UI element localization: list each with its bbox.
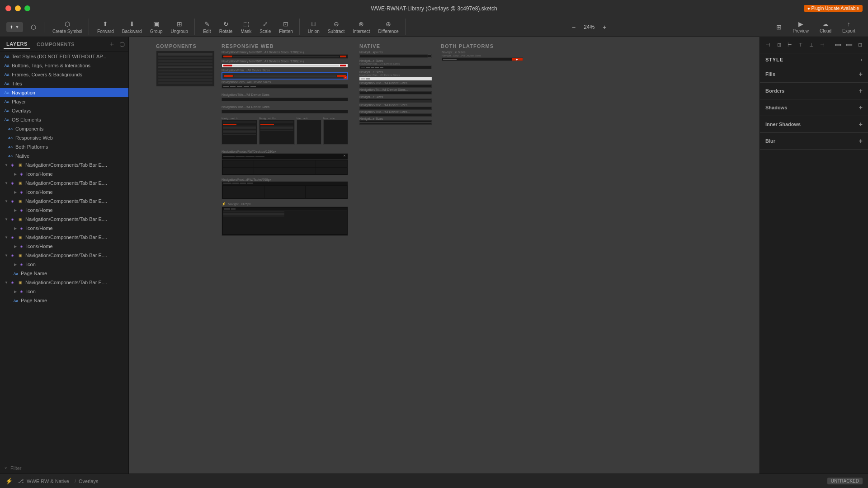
insert-button[interactable]: + ▼: [6, 22, 23, 32]
export-icon: ↑: [847, 20, 850, 28]
view-toggle-button[interactable]: ⊞: [773, 22, 785, 32]
flatten-button[interactable]: ⊡ Flatten: [275, 19, 297, 35]
style-chevron-icon[interactable]: ›: [861, 57, 863, 62]
view-toggle-icon: ⊞: [776, 23, 782, 31]
zoom-out-button[interactable]: −: [568, 22, 579, 32]
intersect-button[interactable]: ⊗ Intersect: [349, 19, 373, 35]
make-grid-icon[interactable]: ⊞: [855, 41, 864, 50]
design-panel: ⊣ ⊞ ⊢ ⊤ ⊥ ⊣ ⟺ ⟸ ⊞ STYLE › Fills + Border…: [760, 37, 868, 474]
sidebar-item-tab-bar-4[interactable]: ▼ ◈ ▣ Navigation/Components/Tab Bar E...…: [0, 215, 128, 224]
create-symbol-button[interactable]: ⬡ Create Symbol: [49, 19, 86, 35]
sidebar-item-tab-bar-3[interactable]: ▼ ◈ ▣ Navigation/Components/Tab Bar E...…: [0, 197, 128, 206]
close-button[interactable]: [5, 5, 11, 11]
align-right-icon[interactable]: ⊢: [785, 41, 794, 50]
sidebar-item-icons-home-4[interactable]: ▶ ◈ Icons/Home: [0, 224, 128, 233]
sidebar-item-page-name-7[interactable]: Aa Page Name: [0, 296, 128, 305]
sidebar-item-tab-bar-7[interactable]: ▼ ◈ ▣ Navigation/Components/Tab Bar E...…: [0, 278, 128, 287]
ungroup-button[interactable]: ⊞ Ungroup: [167, 19, 191, 35]
align-top-icon[interactable]: ⊤: [796, 41, 805, 50]
align-center-v-icon[interactable]: ⊥: [807, 41, 816, 50]
shadows-header[interactable]: Shadows +: [765, 103, 863, 112]
sidebar-item-tiles[interactable]: Aa Tiles: [0, 79, 128, 88]
ungroup-icon: ⊞: [175, 20, 184, 28]
rotate-button[interactable]: ↻ Rotate: [216, 19, 236, 35]
toolbar-boolean-group: ⊔ Union ⊖ Subtract ⊗ Intersect ⊕ Differe…: [302, 19, 406, 35]
canvas-viewport[interactable]: COMPONENTS RESPONSIVE WEB NATIVE BOTH PL…: [129, 37, 760, 474]
plugin-update-badge[interactable]: ● Plugin Update Available: [804, 5, 863, 12]
bottom-bar: ⚡ ⎇ WWE RW & Native / Overlays UNTRACKED: [0, 474, 868, 488]
component-icon: ◈: [9, 216, 15, 222]
canvas-area[interactable]: COMPONENTS RESPONSIVE WEB NATIVE BOTH PL…: [129, 37, 760, 474]
sidebar-item-os-elements[interactable]: Aa OS Elements: [0, 115, 128, 124]
sidebar-item-icons-home-5[interactable]: ▶ ◈ Icons/Home: [0, 242, 128, 251]
scale-button[interactable]: ⤢ Scale: [256, 19, 274, 35]
align-left-icon[interactable]: ⊣: [764, 41, 773, 50]
preview-icon: ▶: [798, 20, 803, 28]
chevron-right-icon: ▶: [13, 207, 18, 213]
component-icon: ◈: [18, 243, 24, 249]
union-button[interactable]: ⊔ Union: [304, 19, 323, 35]
fills-add-button[interactable]: +: [859, 70, 863, 78]
sidebar-item-aa-responsive[interactable]: Aa Responsive Web: [0, 133, 128, 142]
sidebar-add-button[interactable]: +: [110, 40, 114, 48]
inner-shadows-add-button[interactable]: +: [859, 121, 863, 128]
blur-add-button[interactable]: +: [859, 137, 863, 145]
aa-icon: Aa: [7, 135, 14, 141]
nav-primary-2: Navigation/Primary Nav/RW/...All Devices…: [222, 60, 348, 68]
forward-button[interactable]: ⬆ Forward: [94, 19, 118, 35]
section-label-responsive: RESPONSIVE WEB: [222, 43, 274, 49]
sidebar-item-icon-6[interactable]: ▶ ◈ Icon: [0, 260, 128, 269]
toolbar-symbol-group: ⬡ Create Symbol: [46, 19, 89, 35]
borders-add-button[interactable]: +: [859, 87, 863, 94]
symbol-icon: ⬡: [63, 20, 71, 28]
borders-header[interactable]: Borders +: [765, 86, 863, 95]
align-center-h-icon[interactable]: ⊞: [774, 41, 783, 50]
forward-icon: ⬆: [101, 20, 109, 28]
align-bottom-icon[interactable]: ⊣: [818, 41, 827, 50]
cloud-button[interactable]: ☁ Cloud: [816, 19, 835, 35]
sidebar-collapse-button[interactable]: ⬡: [119, 41, 125, 48]
sidebar-item-buttons[interactable]: Aa Buttons, Tags, Forms & Interactions: [0, 61, 128, 70]
export-button[interactable]: ↑ Export: [839, 19, 859, 35]
tab-layers[interactable]: LAYERS: [4, 40, 30, 49]
group-button[interactable]: ▣ Group: [146, 19, 166, 35]
sidebar-item-aa-components[interactable]: Aa Components: [0, 124, 128, 133]
sidebar-item-frames[interactable]: Aa Frames, Covers & Backgrounds: [0, 70, 128, 79]
sidebar-item-aa-both[interactable]: Aa Both Platforms: [0, 142, 128, 151]
style-button[interactable]: ⬡: [26, 22, 41, 33]
distribute-v-icon[interactable]: ⟸: [844, 41, 854, 50]
titlebar: WWE-RWNAT-Library (Overlays @ 3c497e8).s…: [0, 0, 868, 17]
inner-shadows-header[interactable]: Inner Shadows +: [765, 120, 863, 129]
sidebar-item-icon-7[interactable]: ▶ ◈ Icon: [0, 287, 128, 296]
minimize-button[interactable]: [15, 5, 21, 11]
sidebar-item-overlays[interactable]: Aa Overlays: [0, 106, 128, 115]
sidebar-item-page-name-6[interactable]: Aa Page Name: [0, 269, 128, 278]
shadows-add-button[interactable]: +: [859, 104, 863, 111]
distribute-h-icon[interactable]: ⟺: [834, 41, 843, 50]
zoom-in-button[interactable]: +: [599, 22, 610, 32]
sidebar-item-tab-bar-2[interactable]: ▼ ◈ ▣ Navigation/Components/Tab Bar E...…: [0, 178, 128, 188]
sidebar-item-player[interactable]: Aa Player: [0, 97, 128, 106]
sidebar-item-tab-bar-1[interactable]: ▼ ◈ ▣ Navigation/Components/Tab Bar E...…: [0, 160, 128, 169]
sidebar-item-aa-native[interactable]: Aa Native: [0, 151, 128, 160]
sidebar-item-navigation[interactable]: Aa Navigation: [0, 88, 128, 97]
backward-button[interactable]: ⬇ Backward: [118, 19, 146, 35]
subtract-icon: ⊖: [332, 20, 340, 28]
maximize-button[interactable]: [24, 5, 30, 11]
sidebar-item-icons-home-1[interactable]: ▶ ◈ Icons/Home: [0, 169, 128, 178]
sidebar-item-text-styles[interactable]: Aa Text Styles (DO NOT EDIT WITHOUT AP..…: [0, 52, 128, 61]
blur-header[interactable]: Blur +: [765, 136, 863, 145]
difference-button[interactable]: ⊕ Difference: [375, 19, 402, 35]
fills-header[interactable]: Fills +: [765, 70, 863, 79]
sidebar-item-tab-bar-5[interactable]: ▼ ◈ ▣ Navigation/Components/Tab Bar E...…: [0, 233, 128, 242]
preview-button[interactable]: ▶ Preview: [789, 19, 812, 35]
sidebar-item-icons-home-3[interactable]: ▶ ◈ Icons/Home: [0, 206, 128, 215]
mask-button[interactable]: ⬚ Mask: [237, 19, 255, 35]
sidebar-item-tab-bar-6[interactable]: ▼ ◈ ▣ Navigation/Components/Tab Bar E...…: [0, 251, 128, 260]
frame-icon: ▣: [17, 279, 24, 286]
subtract-button[interactable]: ⊖ Subtract: [324, 19, 348, 35]
filter-button[interactable]: ⚬ Filter: [0, 462, 128, 474]
sidebar-item-icons-home-2[interactable]: ▶ ◈ Icons/Home: [0, 188, 128, 197]
edit-button[interactable]: ✎ Edit: [199, 19, 215, 35]
tab-components[interactable]: COMPONENTS: [34, 40, 77, 48]
